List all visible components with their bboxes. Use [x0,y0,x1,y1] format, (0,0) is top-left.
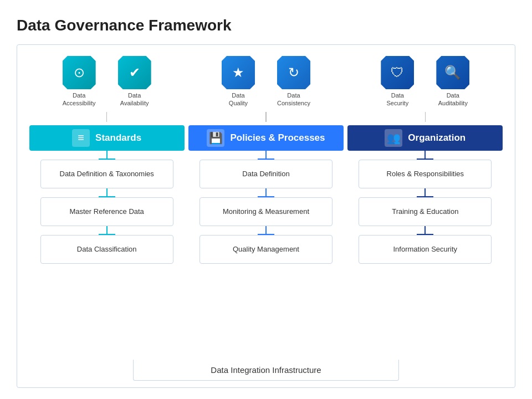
auditability-label: DataAuditability [438,91,468,108]
card-data-classification: Data Classification [40,235,173,264]
consistency-label: DataConsistency [277,91,310,108]
org-card-2-connector: Training & Education [347,188,503,226]
card-monitoring-measurement: Monitoring & Measurement [200,197,332,226]
card-training-education: Training & Education [359,197,492,226]
vline-s2 [106,188,108,196]
vline-s3 [106,226,108,234]
vline-o3 [424,226,426,234]
standards-card-2-connector: Master Reference Data [29,188,185,226]
org-header: 👥 Organization [347,125,503,151]
icon-auditability: 🔍 DataAuditability [428,56,478,108]
vline-policies [265,112,267,122]
org-header-icon: 👥 [385,129,402,147]
footer-bar: Data Integration Infrastructure [133,360,399,381]
policies-header: 💾 Policies & Processes [188,125,344,151]
org-card-3-connector: Information Security [347,226,503,264]
standards-card-3-connector: Data Classification [29,226,185,264]
card-data-definition-taxonomies: Data Definition & Taxonomies [40,160,173,188]
top-connectors [27,112,505,122]
icon-quality: ★ DataQuality [213,56,263,108]
footer-wrapper: Data Integration Infrastructure [27,355,505,381]
policies-column: Data Definition Monitoring & Measurement… [188,151,344,351]
standards-header-icon: ≡ [72,129,90,147]
accessibility-label: DataAccessibility [63,91,96,108]
vline-org [425,112,426,122]
org-card-1-connector: Roles & Responsibilities [347,151,503,188]
availability-label: DataAvailability [120,91,149,108]
vline-p1 [265,151,267,158]
page-title: Data Governance Framework [17,17,515,34]
org-column: Roles & Responsibilities Training & Educ… [347,151,503,351]
security-icon: 🛡 [381,56,414,89]
standards-column: Data Definition & Taxonomies Master Refe… [29,151,185,351]
policies-header-icon: 💾 [207,129,224,147]
page: Data Governance Framework ⊙ DataAccessib… [0,0,532,399]
vline-p2 [265,188,267,196]
icons-row: ⊙ DataAccessibility ✔ DataAvailability ★… [27,56,505,108]
quality-label: DataQuality [229,91,248,108]
card-quality-management: Quality Management [200,235,332,264]
org-header-label: Organization [408,132,466,144]
availability-icon: ✔ [118,56,151,89]
auditability-icon: 🔍 [436,56,469,89]
vline-standards [106,112,108,122]
icon-consistency: ↻ DataConsistency [269,56,319,108]
headers-row: ≡ Standards 💾 Policies & Processes 👥 Org… [27,125,505,151]
icon-availability: ✔ DataAvailability [110,56,160,108]
card-data-definition: Data Definition [200,160,332,188]
quality-icon: ★ [222,56,255,89]
policies-card-3-connector: Quality Management [188,226,344,264]
policies-icons: ★ DataQuality ↻ DataConsistency [213,56,319,108]
framework-container: ⊙ DataAccessibility ✔ DataAvailability ★… [17,44,515,388]
vline-s1 [106,151,108,158]
icon-security: 🛡 DataSecurity [372,56,422,108]
security-label: DataSecurity [386,91,408,108]
icon-accessibility: ⊙ DataAccessibility [54,56,104,108]
policies-header-label: Policies & Processes [230,132,325,144]
card-information-security: Information Security [359,235,492,264]
standards-icons: ⊙ DataAccessibility ✔ DataAvailability [54,56,160,108]
standards-card-1-connector: Data Definition & Taxonomies [29,151,185,188]
accessibility-icon: ⊙ [63,56,96,89]
standards-header-label: Standards [95,132,141,144]
content-area: Data Definition & Taxonomies Master Refe… [27,151,505,351]
standards-header: ≡ Standards [29,125,185,151]
policies-card-1-connector: Data Definition [188,151,344,188]
organization-icons: 🛡 DataSecurity 🔍 DataAuditability [372,56,478,108]
vline-o1 [424,151,426,158]
vline-p3 [265,226,267,234]
vline-o2 [424,188,426,196]
card-master-reference-data: Master Reference Data [40,197,173,226]
policies-card-2-connector: Monitoring & Measurement [188,188,344,226]
card-roles-responsibilities: Roles & Responsibilities [359,160,492,188]
consistency-icon: ↻ [277,56,310,89]
